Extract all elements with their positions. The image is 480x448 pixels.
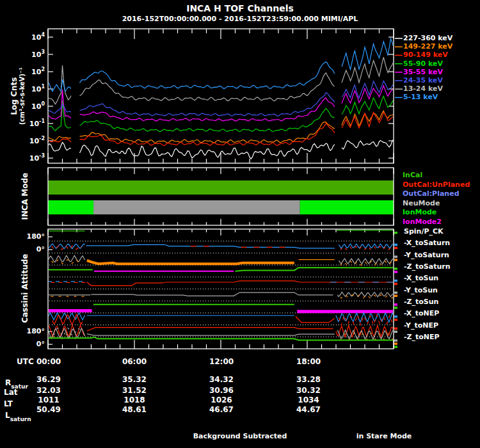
ephemeris-value: 32.03 xyxy=(28,386,69,395)
spectra-trace xyxy=(80,143,335,159)
row-label-subscript: saturn xyxy=(10,416,31,422)
attitude-end-mark xyxy=(394,295,397,298)
spectra-ytick-label: 10-2 xyxy=(17,136,45,145)
spectra-trace xyxy=(48,104,71,113)
attitude-end-mark xyxy=(394,232,397,234)
ytick-exponent: 0 xyxy=(41,101,45,107)
mode-panel-frame xyxy=(48,168,394,225)
attitude-end-mark xyxy=(394,280,397,282)
row-label-main: L xyxy=(5,411,10,420)
mode-legend-item: NeuMode xyxy=(403,199,440,207)
attitude-end-mark xyxy=(394,292,397,294)
spectra-trace xyxy=(342,139,394,149)
attitude-trace xyxy=(337,292,392,296)
ephemeris-value: 33.28 xyxy=(288,375,329,384)
ephemeris-row-label: LT xyxy=(4,399,13,408)
spectra-trace xyxy=(48,90,71,119)
spectra-trace xyxy=(80,93,335,116)
attitude-ytick-label: 180° xyxy=(17,232,45,241)
ephemeris-value: 50.49 xyxy=(28,405,69,414)
ephemeris-value: 46.67 xyxy=(201,405,242,414)
attitude-legend-item: -Z_toNEP xyxy=(404,333,440,341)
attitude-trace xyxy=(236,268,394,271)
attitude-end-mark xyxy=(394,259,397,261)
row-label-main: Lat xyxy=(4,388,17,397)
attitude-end-mark xyxy=(394,339,397,342)
spectra-trace xyxy=(80,62,335,89)
ephemeris-value: 1026 xyxy=(201,396,242,404)
spectra-ytick-label: 10-1 xyxy=(17,118,45,128)
mode-legend-item: OutCal:UnPlaned xyxy=(403,180,470,189)
attitude-legend-item: -Y_toSaturn xyxy=(404,251,449,259)
spectra-legend-item: 5-13 keV xyxy=(403,93,438,101)
ephemeris-value: 31.52 xyxy=(114,386,155,395)
attitude-legend-item: Spin/P_CK xyxy=(404,227,444,236)
attitude-end-mark xyxy=(394,255,397,258)
ytick-exponent: 3 xyxy=(41,49,45,55)
attitude-end-mark xyxy=(394,346,397,348)
footer-note-background-subtracted: Background Subtracted xyxy=(176,433,304,440)
attitude-trace xyxy=(86,244,335,248)
spectra-ytick-label: 10-3 xyxy=(17,153,45,163)
attitude-ytick-label: 180° xyxy=(17,327,45,335)
spectra-trace xyxy=(342,96,394,114)
spectra-panel-frame xyxy=(48,29,394,163)
mode-lower-bar xyxy=(93,200,300,214)
spectra-trace xyxy=(342,86,394,104)
attitude-end-mark xyxy=(394,247,397,250)
footer-note-stare-mode: in Stare Mode xyxy=(346,433,422,440)
utc-tick-label: 06:00 xyxy=(115,357,154,366)
ephemeris-value: 34.32 xyxy=(201,375,242,384)
mode-legend-item: IonMode2 xyxy=(403,218,442,226)
spectra-trace xyxy=(48,65,71,104)
attitude-end-mark xyxy=(394,303,397,306)
attitude-ytick-label: 0° xyxy=(17,245,45,253)
ephemeris-row-label: Lat xyxy=(4,388,17,397)
spectra-legend-item: 149-227 keV xyxy=(403,42,452,51)
spectra-trace xyxy=(342,113,394,128)
spectra-trace xyxy=(80,122,335,143)
ephemeris-row-label: Lsaturn xyxy=(5,411,31,420)
page-title: INCA H TOF Channels xyxy=(0,4,480,13)
attitude-legend-item: -Z_toSun xyxy=(404,298,438,306)
spectra-trace xyxy=(48,100,71,131)
ytick-exponent: 2 xyxy=(41,67,45,72)
spectra-legend-item: 13-24 keV xyxy=(403,84,443,93)
ytick-exponent: -1 xyxy=(39,118,45,124)
ephemeris-row-label: Rsatur xyxy=(5,378,28,387)
spectra-trace xyxy=(80,98,335,121)
spectra-trace xyxy=(48,79,71,92)
attitude-legend-item: -X_toSaturn xyxy=(404,239,450,247)
attitude-end-mark xyxy=(394,271,397,273)
spectra-ytick-label: 100 xyxy=(17,101,45,111)
attitude-legend-item: -Z_toSaturn xyxy=(404,262,451,271)
attitude-end-mark xyxy=(394,331,397,333)
mode-legend-item: InCal xyxy=(403,171,422,179)
spectra-trace xyxy=(80,73,335,101)
row-label-main: R xyxy=(5,378,11,387)
attitude-end-mark xyxy=(394,283,397,285)
spectra-legend-item: 24-35 keV xyxy=(403,76,443,84)
attitude-end-mark xyxy=(394,268,397,270)
attitude-legend-item: -X_toSun xyxy=(404,274,438,282)
attitude-end-mark xyxy=(394,328,397,330)
utc-tick-label: 12:00 xyxy=(202,357,241,366)
attitude-trace xyxy=(87,328,333,331)
mode-upper-bar xyxy=(48,180,394,195)
ytick-exponent: -3 xyxy=(39,153,45,159)
mode-lower-bar xyxy=(48,200,93,214)
spectra-legend-item: 55-90 keV xyxy=(403,60,443,68)
attitude-trace xyxy=(339,315,394,325)
spectra-trace xyxy=(80,124,335,146)
ephemeris-value: 36.29 xyxy=(28,375,69,384)
spectra-trace xyxy=(342,57,394,83)
ephemeris-value: 1034 xyxy=(288,396,329,404)
ephemeris-value: 35.32 xyxy=(114,375,155,384)
spectra-ytick-label: 102 xyxy=(17,67,45,76)
ephemeris-value: 44.67 xyxy=(288,405,329,414)
attitude-legend-item: -X_toNEP xyxy=(404,309,439,317)
ytick-exponent: 1 xyxy=(41,84,45,90)
spectra-legend-item: 35-55 keV xyxy=(403,68,443,76)
ytick-exponent: -2 xyxy=(39,136,45,141)
ytick-exponent: 4 xyxy=(41,32,45,38)
